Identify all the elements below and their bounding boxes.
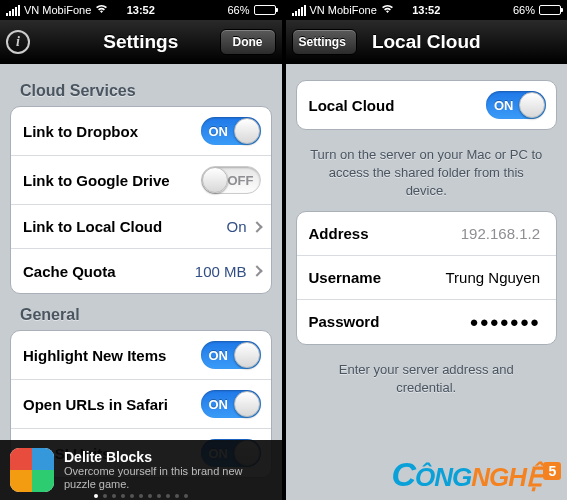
row-address[interactable]: Address 192.168.1.2 [297, 212, 557, 256]
back-button[interactable]: Settings [292, 29, 357, 55]
scroll-content[interactable]: Local Cloud ON Turn on the server on you… [286, 64, 568, 500]
scroll-content[interactable]: Cloud Services Link to Dropbox ON Link t… [0, 64, 282, 500]
chevron-right-icon [251, 221, 262, 232]
wifi-icon [381, 4, 394, 16]
ad-subtitle: Overcome yourself in this brand new puzz… [64, 465, 272, 491]
nav-bar: Settings Local Cloud [286, 20, 568, 64]
row-label: Local Cloud [309, 97, 487, 114]
row-value: On [226, 218, 246, 235]
toggle-gdrive[interactable]: OFF [201, 166, 261, 194]
section-header-general: General [20, 306, 272, 324]
done-button[interactable]: Done [220, 29, 276, 55]
row-urls[interactable]: Open URLs in Safari ON [11, 380, 271, 429]
battery-icon [539, 5, 561, 15]
row-label: Cache Quota [23, 263, 195, 280]
group-credentials: Address 192.168.1.2 Username Trung Nguye… [296, 211, 558, 345]
row-gdrive[interactable]: Link to Google Drive OFF [11, 156, 271, 205]
toggle-urls[interactable]: ON [201, 390, 261, 418]
battery-pct: 66% [513, 4, 535, 16]
password-value[interactable]: ●●●●●●● [470, 313, 540, 330]
group-footer: Enter your server address and credential… [296, 357, 558, 407]
ad-banner[interactable]: Delite Blocks Overcome yourself in this … [0, 440, 282, 500]
ad-title: Delite Blocks [64, 449, 272, 465]
group-localcloud-toggle: Local Cloud ON [296, 80, 558, 130]
status-bar: VN MobiFone 13:52 66% [286, 0, 568, 20]
page-title: Settings [103, 31, 178, 53]
row-label: Link to Dropbox [23, 123, 201, 140]
row-label: Username [309, 269, 446, 286]
toggle-localcloud[interactable]: ON [486, 91, 546, 119]
carrier-label: VN MobiFone [310, 4, 377, 16]
info-button[interactable]: i [6, 30, 30, 54]
ad-page-dots [94, 494, 188, 498]
row-dropbox[interactable]: Link to Dropbox ON [11, 107, 271, 156]
row-localcloud-toggle[interactable]: Local Cloud ON [297, 81, 557, 129]
toggle-dropbox[interactable]: ON [201, 117, 261, 145]
row-password[interactable]: Password ●●●●●●● [297, 300, 557, 344]
toggle-highlight[interactable]: ON [201, 341, 261, 369]
clock: 13:52 [127, 4, 155, 16]
row-label: Highlight New Items [23, 347, 201, 364]
wifi-icon [95, 4, 108, 16]
section-header-cloud: Cloud Services [20, 82, 272, 100]
row-label: Password [309, 313, 470, 330]
signal-icon [292, 5, 306, 16]
row-value: 100 MB [195, 263, 247, 280]
page-title: Local Cloud [372, 31, 481, 53]
row-label: Address [309, 225, 461, 242]
phone-right: VN MobiFone 13:52 66% Settings Local Clo… [286, 0, 568, 500]
row-cache[interactable]: Cache Quota 100 MB [11, 249, 271, 293]
row-label: Link to Local Cloud [23, 218, 226, 235]
signal-icon [6, 5, 20, 16]
chevron-right-icon [251, 265, 262, 276]
group-cloud: Link to Dropbox ON Link to Google Drive … [10, 106, 272, 294]
group-description: Turn on the server on your Mac or PC to … [296, 142, 558, 211]
clock: 13:52 [412, 4, 440, 16]
battery-pct: 66% [227, 4, 249, 16]
carrier-label: VN MobiFone [24, 4, 91, 16]
ad-app-icon [10, 448, 54, 492]
status-bar: VN MobiFone 13:52 66% [0, 0, 282, 20]
phone-left: VN MobiFone 13:52 66% i Settings Done Cl… [0, 0, 282, 500]
address-value[interactable]: 192.168.1.2 [461, 225, 540, 242]
row-localcloud[interactable]: Link to Local Cloud On [11, 205, 271, 249]
row-highlight[interactable]: Highlight New Items ON [11, 331, 271, 380]
row-label: Link to Google Drive [23, 172, 201, 189]
row-username[interactable]: Username Trung Nguyen [297, 256, 557, 300]
username-value[interactable]: Trung Nguyen [446, 269, 541, 286]
nav-bar: i Settings Done [0, 20, 282, 64]
battery-icon [254, 5, 276, 15]
row-label: Open URLs in Safari [23, 396, 201, 413]
